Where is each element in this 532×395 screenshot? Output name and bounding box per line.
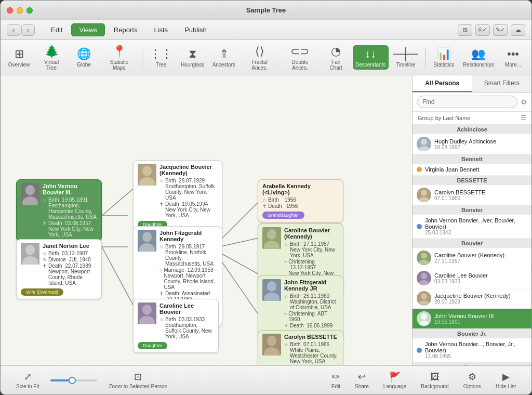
item-name: John Vernou Bouvier..., Bonvier, Jr., Bo… (425, 341, 527, 353)
options-label: Options (463, 384, 481, 389)
jl-divorce: Divorce JUL 1940 (48, 257, 91, 262)
zoom-slider[interactable] (50, 379, 97, 381)
size-to-fit-icon: ⤢ (24, 371, 32, 383)
list-item-selected[interactable]: John Vernou Bouvier III. 19.05.1891 (413, 309, 531, 329)
item-date: 03.03.1933 (434, 279, 527, 284)
list-view-icon[interactable]: ☰ (521, 114, 526, 122)
list-item[interactable]: Carolyn BESSETTE 07.01.1966 (413, 185, 531, 205)
back-button[interactable]: ‹ (7, 24, 20, 36)
tool-bar: ⊞ Overview 🌲 Virtual Tree 🌐 Globe 📍 Stat… (1, 40, 531, 75)
hide-list-tool[interactable]: ▶ Hide List (488, 369, 523, 391)
list-item[interactable]: John Vernou Bouvier..., Bonvier, Jr., Bo… (413, 338, 531, 362)
jacqueline-name: Jacqueline Bouvier (Kennedy) (159, 164, 218, 176)
cloud-btn[interactable]: ☁ (511, 24, 525, 36)
minimize-button[interactable] (17, 7, 23, 14)
tool-globe[interactable]: 🌐 Globe (70, 45, 98, 70)
list-item[interactable]: John Vernon Bonvier...iver, Bouvier, Bou… (413, 215, 531, 239)
tool-tree[interactable]: ⋮⋮ Tree (147, 45, 176, 70)
relationships-icon: 👥 (471, 47, 485, 61)
list-item[interactable]: Caroline Bouvier (Kennedy) 27.11.1957 (413, 248, 531, 268)
list-item[interactable]: Caroline Lee Bouvier 03.03.1933 (413, 268, 531, 288)
tool-more[interactable]: ••• More... (499, 45, 527, 70)
card-caroline-lee[interactable]: Caroline Lee Bouvier ☆Birth 03.03.1933So… (133, 299, 219, 353)
tool-statistics[interactable]: 📊 Statistics (430, 45, 458, 70)
share-label: Share (355, 384, 369, 389)
main-content: John Vernou Bouvier III. ☆Birth 19.05.18… (1, 75, 531, 365)
cb-marriage: Marriage 16.07.1999 (288, 365, 338, 365)
tool-ancestors[interactable]: ⇑ Ancestors (209, 45, 238, 70)
photo-john-bouvier (21, 183, 39, 205)
virtual-tree-icon: 🌲 (45, 45, 59, 58)
tool-virtual-tree[interactable]: 🌲 Virtual Tree (35, 43, 68, 73)
close-button[interactable] (7, 7, 13, 14)
edit-tool[interactable]: ✏ Edit (324, 369, 348, 391)
list-item[interactable]: Hugh Dudley Achinclose 18.08.1897 (413, 134, 531, 154)
tab-reports[interactable]: Reports (106, 23, 145, 36)
tab-views[interactable]: Views (71, 23, 104, 36)
forward-button[interactable]: › (21, 24, 35, 36)
caroline-lee-name: Caroline Lee Bouvier (159, 302, 214, 315)
tool-double[interactable]: ⊂⊃ Double Ances. (281, 43, 319, 73)
cl-birth: Birth 03.03.1933Southampton, Suffolk Cou… (165, 317, 214, 339)
panel-tabs: All Persons Smart Filters (413, 75, 531, 93)
zoom-selected-tool[interactable]: ⊡ Zoom to Selected Person (101, 369, 175, 391)
settings-icon[interactable]: ⚙ (521, 98, 527, 106)
edit-tools-btn[interactable]: ✎✓ (493, 24, 508, 36)
card-arabella[interactable]: Arabella Kennedy (<Living>) ☆Birth 1956 … (258, 179, 343, 222)
maximize-button[interactable] (26, 7, 33, 14)
share-icon: ↩ (358, 371, 366, 383)
tree-icon: ⋮⋮ (150, 47, 172, 61)
card-janet-lee[interactable]: Janet Norton Lee ☆Birth 03.12.1907 ✎Divo… (16, 239, 102, 299)
panel-search-area: ⚙ (413, 93, 531, 112)
card-carolyn-bessette[interactable]: Carolyn BESSETTE ☆Birth 07.01.1966White … (258, 330, 343, 365)
item-name: John Vernou Bouvier III. (434, 313, 527, 319)
background-tool[interactable]: 🖼 Background (414, 370, 456, 391)
list-item[interactable]: Virginia Joan Bennett (413, 164, 531, 176)
tab-smart-filters[interactable]: Smart Filters (472, 75, 532, 92)
tree-area[interactable]: John Vernou Bouvier III. ☆Birth 19.05.18… (1, 75, 412, 365)
card-jacqueline[interactable]: Jacqueline Bouvier (Kennedy) ☆Birth 28.0… (133, 160, 222, 232)
jfk-name: John Fitzgerald Kennedy (159, 230, 218, 242)
item-dot (417, 167, 422, 172)
tool-statistic-maps[interactable]: 📍 Statistic Maps (100, 43, 138, 73)
hourglass-label: Hourglass (181, 62, 204, 68)
zoom-handle[interactable] (69, 377, 76, 384)
options-tool[interactable]: ⚙ Options (456, 369, 488, 391)
language-tool[interactable]: 🚩 Language (376, 369, 414, 391)
item-date: 28.07.1929 (434, 299, 527, 305)
card-john-bouvier[interactable]: John Vernou Bouvier III. ☆Birth 19.05.18… (16, 179, 102, 242)
search-input[interactable] (417, 96, 517, 108)
window-controls (7, 7, 33, 14)
tab-edit[interactable]: Edit (43, 23, 70, 36)
cb-birth: Birth 07.01.1966White Plains, Westcheste… (290, 341, 339, 364)
view-mode-btn[interactable]: ⊞ (458, 24, 472, 36)
photo-jacqueline (138, 164, 156, 186)
tool-relationships[interactable]: 👥 Relationships (460, 45, 497, 70)
item-name: Jacqueline Bouvier (Kennedy) (434, 293, 527, 299)
arabella-death: Death 1956 (268, 203, 298, 209)
jb-death: Death 03.08.1957New York City, New York,… (48, 220, 97, 238)
tool-hourglass[interactable]: ⧗ Hourglass (178, 45, 207, 70)
tab-all-persons[interactable]: All Persons (413, 75, 472, 92)
persons-list[interactable]: Achinclose Hugh Dudley Achinclose 18.08.… (413, 125, 531, 365)
filter-btn[interactable]: ⎘✓ (475, 24, 490, 36)
photo-carolyn-bessette (262, 334, 281, 356)
statistic-maps-icon: 📍 (112, 45, 126, 58)
size-to-fit-tool[interactable]: ⤢ Size to Fit (9, 369, 46, 391)
tab-lists[interactable]: Lists (146, 23, 176, 36)
janet-badge: Wife (Divorced) (21, 288, 63, 296)
tool-descendants[interactable]: ↓↓ Descendants (353, 45, 389, 70)
bottom-bar: ⤢ Size to Fit ⊡ Zoom to Selected Person … (1, 365, 531, 394)
jfk-marriage: Marriage 12.09.1953Newport, Newport Coun… (164, 267, 218, 290)
tab-publish[interactable]: Publish (177, 23, 215, 36)
hide-list-icon: ▶ (502, 371, 510, 383)
list-item[interactable]: Jacqueline Bouvier (Kennedy) 28.07.1929 (413, 288, 531, 309)
share-tool[interactable]: ↩ Share (348, 369, 376, 391)
tool-overview[interactable]: ⊞ Overview (5, 45, 33, 70)
tool-fan-chart[interactable]: ◔ Fan Chart (322, 43, 351, 73)
statistics-icon: 📊 (437, 47, 451, 61)
tool-fractal[interactable]: ⟨⟩ Fractal Ances. (241, 43, 278, 73)
tool-timeline[interactable]: ─┼─ Timeline (391, 45, 421, 70)
edit-icon: ✏ (332, 371, 340, 383)
fan-chart-icon: ◔ (331, 45, 341, 58)
